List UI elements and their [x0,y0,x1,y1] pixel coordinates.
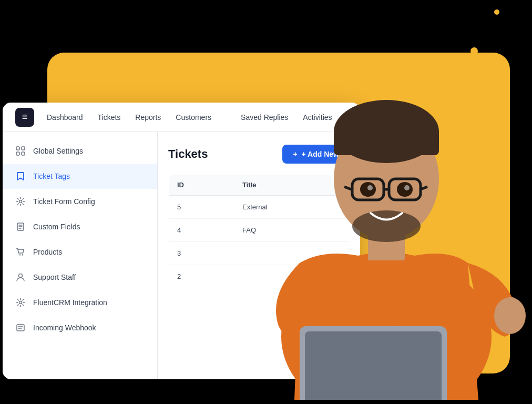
sidebar-item-custom-fields[interactable]: Custom Fields [3,214,157,239]
grid-icon [15,146,26,156]
person-icon [15,272,26,282]
svg-rect-3 [334,129,439,155]
svg-rect-6 [506,297,516,313]
svg-rect-33 [17,325,24,331]
sidebar-item-global-settings[interactable]: Global Settings [3,138,157,164]
bookmark-icon [15,171,26,181]
sidebar-item-ticket-tags[interactable]: Ticket Tags [3,164,157,189]
nav-item-customers[interactable]: Customers [176,113,211,122]
svg-point-18 [367,185,373,190]
cart-icon [15,247,26,257]
sidebar-label-products: Products [33,248,62,256]
person-illustration [247,32,526,400]
cell-id: 4 [169,219,234,242]
svg-rect-23 [22,152,25,155]
doc-icon-2 [15,322,26,333]
logo-icon: ≡ [22,112,28,123]
svg-point-12 [352,210,421,242]
cell-id: 5 [169,196,234,219]
sidebar-label-ticket-tags: Ticket Tags [33,172,70,180]
logo[interactable]: ≡ [15,108,34,127]
svg-rect-14 [305,331,442,400]
svg-rect-21 [22,147,25,150]
sidebar-label-global-settings: Global Settings [33,147,83,155]
svg-point-19 [404,185,410,190]
svg-point-31 [19,274,23,278]
col-header-id: ID [169,175,234,196]
sidebar-item-incoming-webhook[interactable]: Incoming Webhook [3,315,157,340]
sidebar-item-support-staff[interactable]: Support Staff [3,265,157,290]
svg-point-29 [19,254,21,255]
sidebar-label-incoming-webhook: Incoming Webhook [33,324,96,332]
sidebar-item-fluentcrm[interactable]: FluentCRM Integration [3,290,157,315]
cell-id: 2 [169,265,234,288]
sidebar: Global Settings Ticket Tags Ticket [3,132,158,379]
nav-item-reports[interactable]: Reports [135,113,161,122]
doc-icon-1 [15,221,26,232]
svg-point-30 [22,254,23,255]
decorative-dot-1 [494,9,499,15]
gear-icon-2 [15,297,26,308]
sidebar-item-products[interactable]: Products [3,239,157,265]
svg-point-24 [19,200,22,203]
nav-item-tickets[interactable]: Tickets [98,113,121,122]
sidebar-label-custom-fields: Custom Fields [33,223,80,231]
svg-point-32 [19,301,22,304]
sidebar-label-support-staff: Support Staff [33,273,76,281]
sidebar-label-ticket-form-config: Ticket Form Config [33,197,95,206]
svg-rect-20 [16,147,19,150]
nav-item-dashboard[interactable]: Dashboard [47,113,83,122]
page-title: Tickets [168,147,208,161]
sidebar-item-ticket-form-config[interactable]: Ticket Form Config [3,189,157,214]
cell-id: 3 [169,242,234,265]
svg-rect-22 [16,152,19,155]
sidebar-label-fluentcrm: FluentCRM Integration [33,298,107,307]
gear-icon-1 [15,196,26,207]
